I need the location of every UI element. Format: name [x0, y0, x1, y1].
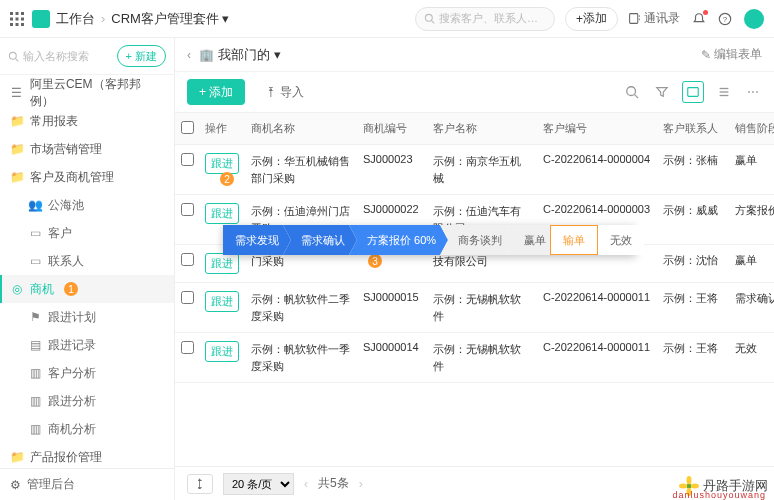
edit-header-button[interactable]: ✎ 编辑表单 — [701, 46, 762, 63]
sidebar-search-input[interactable]: 输入名称搜索 — [8, 44, 111, 68]
pencil-icon: ✎ — [701, 48, 711, 62]
sidebar-footer-settings[interactable]: ⚙ 管理后台 — [0, 468, 174, 500]
stage-step-current[interactable]: 方案报价 60% — [349, 225, 448, 255]
table-row[interactable]: 跟进示例：帆软软件一季度采购SJ0000014示例：无锡帆软软件C-202206… — [175, 333, 774, 383]
dropdown-icon[interactable]: ⭥ — [187, 474, 213, 494]
sidebar-item[interactable]: 📁产品报价管理 — [0, 443, 174, 468]
row-checkbox[interactable] — [181, 203, 194, 216]
sidebar-sub-item[interactable]: ▭客户 — [0, 219, 174, 247]
follow-button[interactable]: 跟进 — [205, 153, 239, 174]
caret-down-icon: ▾ — [222, 11, 229, 26]
contacts-icon — [628, 12, 641, 25]
sidebar-sub-item[interactable]: ⚑跟进计划 — [0, 303, 174, 331]
add-label: 添加 — [583, 10, 607, 27]
sidebar-sub-item[interactable]: ▥跟进分析 — [0, 387, 174, 415]
row-checkbox[interactable] — [181, 291, 194, 304]
col-header[interactable]: 商机名称 — [245, 113, 357, 145]
sidebar-sub-item[interactable]: ▥商机分析 — [0, 415, 174, 443]
import-button[interactable]: ⭱导入 — [255, 79, 314, 105]
total-count: 共5条 — [318, 475, 349, 492]
follow-button[interactable]: 跟进 — [205, 291, 239, 312]
col-header[interactable]: 销售阶段 — [729, 113, 774, 145]
stage-progress-bar: 需求发现 需求确认 方案报价 60% 商务谈判 赢单 输单 无效 — [223, 225, 636, 255]
contacts-button[interactable]: 通讯录 — [628, 10, 680, 27]
more-icon[interactable]: ⋯ — [744, 82, 762, 102]
search-icon[interactable] — [622, 82, 642, 102]
top-add-button[interactable]: + 添加 — [565, 7, 618, 31]
col-header[interactable]: 操作 — [199, 113, 245, 145]
svg-line-17 — [16, 58, 19, 61]
breadcrumb-suite[interactable]: CRM客户管理套件 ▾ — [111, 10, 229, 28]
folder-icon: 📁 — [10, 114, 24, 128]
folder-icon: 📁 — [10, 170, 24, 184]
sidebar-item[interactable]: 📁市场营销管理 — [0, 135, 174, 163]
sidebar-sub-item[interactable]: ▭联系人 — [0, 247, 174, 275]
sidebar-item[interactable]: 📁常用报表 — [0, 107, 174, 135]
cell-name: 示例：帆软软件一季度采购 — [245, 333, 357, 383]
view-card-icon[interactable] — [682, 81, 704, 103]
col-header[interactable]: 商机编号 — [357, 113, 427, 145]
table-wrap: 操作 商机名称 商机编号 客户名称 客户编号 客户联系人 销售阶段 跟进示例：华… — [175, 112, 774, 466]
import-label: 导入 — [280, 84, 304, 101]
breadcrumb-root[interactable]: 工作台 — [56, 10, 95, 28]
follow-button[interactable]: 跟进 — [205, 341, 239, 362]
filter-icon[interactable] — [652, 82, 672, 102]
doc-icon: ▤ — [28, 338, 42, 352]
cell-contact: 示例：王将 — [657, 333, 729, 383]
breadcrumb-suite-label: CRM客户管理套件 — [111, 10, 219, 28]
cell-code: SJ0000014 — [357, 333, 427, 383]
row-checkbox[interactable] — [181, 341, 194, 354]
row-checkbox[interactable] — [181, 153, 194, 166]
contacts-label: 通讯录 — [644, 10, 680, 27]
cell-ccode: C-20220614-0000011 — [537, 333, 657, 383]
chart-icon: ▥ — [28, 422, 42, 436]
follow-button[interactable]: 跟进 — [205, 203, 239, 224]
help-icon: ? — [718, 12, 732, 26]
notifications-button[interactable] — [692, 12, 706, 26]
sidebar-sub-item[interactable]: ▥客户分析 — [0, 359, 174, 387]
chevron-right-icon: › — [101, 11, 105, 26]
global-search-input[interactable]: 搜索客户、联系人… — [415, 7, 555, 31]
chart-icon: ▥ — [28, 394, 42, 408]
sidebar-item-label: 商机分析 — [48, 421, 96, 438]
stage-step[interactable]: 需求确认 — [283, 225, 357, 255]
chart-icon: ▥ — [28, 366, 42, 380]
sidebar-new-button[interactable]: + 新建 — [117, 45, 166, 67]
sidebar-sub-item-active[interactable]: ◎商机1 — [0, 275, 174, 303]
dept-selector[interactable]: 我部门的 ▾ — [218, 46, 281, 64]
select-all-checkbox[interactable] — [181, 121, 194, 134]
cell-stage: 需求确认 — [729, 283, 774, 333]
sidebar-item[interactable]: ☰阿里云CEM（客邦邦例） — [0, 79, 174, 107]
follow-button[interactable]: 跟进 — [205, 253, 239, 274]
svg-point-18 — [627, 87, 636, 96]
stage-step-lose[interactable]: 输单 — [550, 225, 598, 255]
table-row[interactable]: 跟进示例：帆软软件二季度采购SJ0000015示例：无锡帆软软件C-202206… — [175, 283, 774, 333]
col-header[interactable]: 客户名称 — [427, 113, 537, 145]
cell-customer: 示例：南京华五机械 — [427, 145, 537, 195]
chevron-right-icon[interactable]: › — [359, 477, 363, 491]
stage-step[interactable]: 需求发现 — [223, 225, 291, 255]
svg-rect-20 — [688, 88, 699, 97]
sidebar-search-placeholder: 输入名称搜索 — [23, 49, 89, 64]
add-record-button[interactable]: + 添加 — [187, 79, 245, 105]
view-list-icon[interactable] — [714, 82, 734, 102]
search-placeholder: 搜索客户、联系人… — [439, 11, 538, 26]
col-header[interactable]: 客户联系人 — [657, 113, 729, 145]
row-checkbox[interactable] — [181, 253, 194, 266]
sidebar-sub-item[interactable]: 👥公海池 — [0, 191, 174, 219]
sidebar-item[interactable]: 📁客户及商机管理 — [0, 163, 174, 191]
chevron-left-icon[interactable]: ‹ — [304, 477, 308, 491]
user-avatar[interactable] — [744, 9, 764, 29]
svg-text:?: ? — [723, 14, 728, 23]
col-header[interactable]: 客户编号 — [537, 113, 657, 145]
folder-icon: 📁 — [10, 450, 24, 464]
stage-step-invalid[interactable]: 无效 — [598, 225, 644, 255]
stage-step[interactable]: 商务谈判 — [440, 225, 514, 255]
sidebar-sub-item[interactable]: ▤跟进记录 — [0, 331, 174, 359]
help-button[interactable]: ? — [718, 12, 732, 26]
page-size-select[interactable]: 20 条/页 — [223, 473, 294, 495]
cell-code: SJ0000015 — [357, 283, 427, 333]
table-row[interactable]: 跟进示例：华五机械销售部门采购SJ000023示例：南京华五机械C-202206… — [175, 145, 774, 195]
collapse-sidebar-icon[interactable]: ‹ — [187, 48, 191, 62]
apps-icon[interactable] — [10, 12, 24, 26]
